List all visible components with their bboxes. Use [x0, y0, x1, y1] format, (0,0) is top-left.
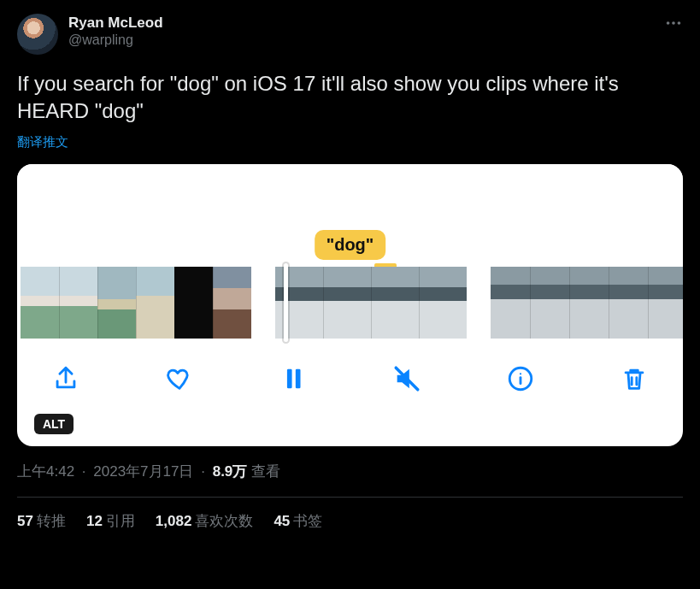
svg-point-0: [667, 21, 670, 25]
tweet-date[interactable]: 2023年7月17日: [93, 463, 193, 480]
likes-count: 1,082: [156, 513, 192, 529]
quotes-count: 12: [86, 513, 103, 529]
display-name: Ryan McLeod: [68, 14, 163, 32]
likes-stat[interactable]: 1,082喜欢次数: [156, 511, 254, 531]
quotes-label: 引用: [106, 513, 135, 529]
share-icon: [51, 364, 80, 393]
retweets-label: 转推: [37, 513, 66, 529]
filmstrip-row: [17, 267, 683, 339]
heart-icon: [165, 364, 194, 393]
info-button[interactable]: [503, 361, 538, 397]
tweet-header: Ryan McLeod @warpling: [17, 14, 683, 55]
frame: [648, 267, 683, 339]
media-top: "dog": [17, 164, 683, 267]
retweets-stat[interactable]: 57转推: [17, 511, 66, 531]
svg-rect-4: [296, 368, 301, 388]
tweet-meta: 上午4:42 · 2023年7月17日 · 8.9万 查看: [17, 462, 683, 481]
views-label: 查看: [251, 463, 280, 480]
tweet-text: If you search for "dog" on iOS 17 it'll …: [17, 70, 683, 126]
clip-1[interactable]: [21, 267, 251, 339]
bookmarks-label: 书签: [293, 513, 322, 529]
svg-point-2: [678, 21, 681, 25]
avatar[interactable]: [17, 14, 58, 55]
frame: [609, 267, 648, 339]
trash-icon: [620, 364, 649, 393]
frame: [569, 267, 609, 339]
likes-label: 喜欢次数: [195, 513, 253, 529]
delete-button[interactable]: [616, 361, 652, 397]
frame: [213, 267, 251, 339]
pause-button[interactable]: [275, 361, 311, 397]
user-handle: @warpling: [68, 32, 163, 49]
translate-link[interactable]: 翻译推文: [17, 134, 683, 150]
svg-point-8: [520, 373, 521, 374]
retweets-count: 57: [17, 513, 33, 529]
bookmarks-stat[interactable]: 45书签: [274, 511, 322, 531]
info-icon: [506, 364, 535, 393]
ellipsis-icon: [664, 14, 683, 32]
frame: [174, 267, 213, 339]
author-names[interactable]: Ryan McLeod @warpling: [68, 14, 163, 49]
views-count: 8.9万: [213, 463, 248, 480]
share-button[interactable]: [48, 361, 84, 397]
frame: [371, 267, 419, 339]
tweet-container: Ryan McLeod @warpling If you search for …: [0, 0, 700, 531]
alt-badge[interactable]: ALT: [34, 414, 74, 434]
media-card[interactable]: "dog": [17, 164, 683, 446]
frame: [530, 267, 569, 339]
caption-tag: "dog": [315, 230, 386, 260]
bookmarks-count: 45: [274, 513, 290, 529]
svg-rect-3: [287, 368, 292, 388]
tweet-stats: 57转推 12引用 1,082喜欢次数 45书签: [17, 498, 683, 531]
mute-icon: [392, 364, 421, 393]
media-toolbar: [17, 339, 683, 397]
like-button[interactable]: [162, 361, 197, 397]
frame: [323, 267, 371, 339]
svg-point-1: [672, 21, 675, 25]
frame: [136, 267, 174, 339]
clip-2[interactable]: [275, 267, 467, 339]
mute-button[interactable]: [389, 361, 425, 397]
frame: [491, 267, 530, 339]
frame: [275, 267, 323, 339]
more-options-button[interactable]: [664, 14, 683, 37]
frame: [419, 267, 467, 339]
frame: [21, 267, 59, 339]
frame: [97, 267, 136, 339]
tweet-time[interactable]: 上午4:42: [17, 463, 74, 480]
pause-icon: [279, 364, 308, 393]
quotes-stat[interactable]: 12引用: [86, 511, 135, 531]
frame: [59, 267, 97, 339]
clip-3[interactable]: [491, 267, 683, 339]
